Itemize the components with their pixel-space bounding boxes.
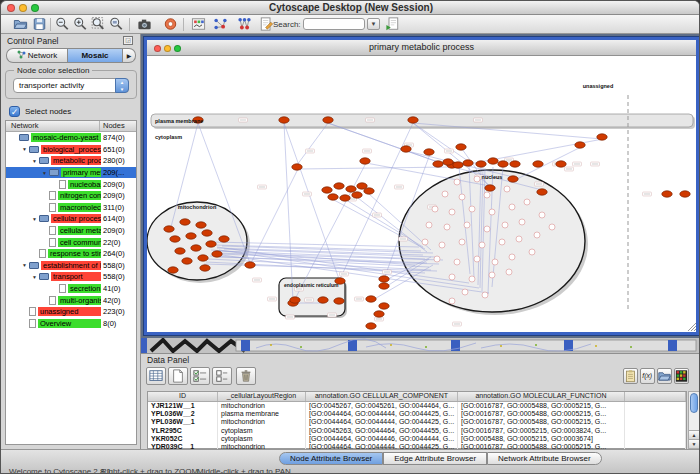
- table-row[interactable]: YKR052Ccytoplasm[GO:0044464, GO:0044446,…: [148, 435, 686, 443]
- table-cell[interactable]: [625, 418, 686, 426]
- expander-icon[interactable]: ▼: [22, 146, 29, 152]
- table-cell[interactable]: YLR295C: [148, 427, 218, 435]
- tree-row-primary-metabo[interactable]: ▼primary metabo209(...: [6, 167, 136, 179]
- select-nodes-checkbox[interactable]: ✓: [9, 106, 20, 117]
- tab-network[interactable]: Network: [6, 48, 67, 63]
- table-cell[interactable]: [625, 402, 686, 410]
- table-cell[interactable]: mitochondrion: [218, 402, 306, 410]
- table-cell[interactable]: YJR121W__1: [148, 402, 218, 410]
- table-cell[interactable]: [GO:0045263, GO:0044464, GO:0044455, G..…: [306, 427, 458, 435]
- zoom-selected-region-icon[interactable]: [109, 17, 125, 32]
- vizmapper-icon[interactable]: [191, 17, 207, 32]
- tree-row-establishment-of-lo[interactable]: ▼establishment of lo558(0): [6, 260, 136, 272]
- expander-icon[interactable]: ▼: [22, 262, 29, 268]
- attribute-table[interactable]: ID_cellularLayoutRegionannotation.GO CEL…: [147, 391, 687, 449]
- notes-icon[interactable]: [623, 368, 638, 384]
- unselect-attributes-icon[interactable]: [212, 367, 232, 385]
- column-header[interactable]: ID: [148, 392, 218, 401]
- table-cell[interactable]: [GO:0005488, GO:0005215, GO:0003674]: [458, 435, 625, 443]
- tree-row-cellular-process[interactable]: ▼cellular process614(0): [6, 213, 136, 225]
- table-cell[interactable]: [625, 410, 686, 418]
- tab-node-attribute-browser[interactable]: Node Attribute Browser: [279, 452, 383, 465]
- tree-row-metabolic-process[interactable]: ▼metabolic process280(0): [6, 155, 136, 167]
- attribute-table-body[interactable]: YJR121W__1mitochondrion[GO:0045267, GO:0…: [148, 402, 686, 451]
- expander-icon[interactable]: ▼: [32, 274, 39, 280]
- column-header[interactable]: annotation.GO MOLECULAR_FUNCTION: [458, 392, 625, 401]
- tree-row-cell-communicat[interactable]: cell communicat22(0): [6, 236, 136, 248]
- tree-row-macromolecule[interactable]: macromolecule311(0): [6, 202, 136, 214]
- layout-attribute-icon[interactable]: [237, 17, 253, 32]
- node-color-dropdown[interactable]: transporter activity ▲▼: [13, 78, 129, 93]
- tab-mosaic[interactable]: Mosaic: [67, 48, 123, 63]
- tree-row-overview[interactable]: Overview8(0): [6, 318, 136, 330]
- search-input[interactable]: [303, 18, 365, 30]
- tree-row-multi-organism-pro[interactable]: multi-organism pro42(0): [6, 294, 136, 306]
- table-cell[interactable]: cytoplasm: [218, 435, 306, 443]
- column-header[interactable]: annotation.GO CELLULAR_COMPONENT: [306, 392, 458, 401]
- expander-icon[interactable]: ▼: [32, 216, 39, 222]
- table-cell[interactable]: [GO:0016787, GO:0005488, GO:0005215, G..…: [458, 418, 625, 426]
- search-options-icon[interactable]: [385, 17, 401, 32]
- zoom-in-icon[interactable]: [73, 17, 89, 32]
- tree-row-unassigned[interactable]: unassigned223(0): [6, 306, 136, 318]
- save-session-icon[interactable]: [32, 17, 48, 32]
- tree-row-response-to-stimulu[interactable]: response to stimulu264(0): [6, 248, 136, 260]
- import-attributes-icon[interactable]: [657, 368, 672, 384]
- tree-row-mosaic-demo-yeast[interactable]: mosaic-demo-yeast874(0): [6, 132, 136, 144]
- table-cell[interactable]: cytoplasm: [218, 427, 306, 435]
- open-file-icon[interactable]: [13, 17, 29, 32]
- zoom-out-icon[interactable]: [55, 17, 71, 32]
- dropdown-stepper-icon[interactable]: ▲▼: [115, 78, 129, 93]
- table-row[interactable]: YLR295Ccytoplasm[GO:0045263, GO:0044464,…: [148, 427, 686, 435]
- table-cell[interactable]: plasma membrane: [218, 410, 306, 418]
- help-ring-icon[interactable]: [163, 17, 179, 32]
- table-cell[interactable]: YPL036W__2: [148, 410, 218, 418]
- table-cell[interactable]: YPL036W__1: [148, 418, 218, 426]
- table-cell[interactable]: YKR052C: [148, 435, 218, 443]
- heatmap-icon[interactable]: [674, 368, 689, 384]
- tab-network-attribute-browser[interactable]: Network Attribute Browser: [487, 452, 601, 465]
- table-cell[interactable]: [GO:0044464, GO:0044444, GO:0044425, G..…: [306, 410, 458, 418]
- tab-overflow-button[interactable]: ▶: [123, 48, 136, 63]
- table-cell[interactable]: [GO:0044464, GO:0044446, GO:0044444, G..…: [306, 435, 458, 443]
- tree-row-nitrogen-compo[interactable]: nitrogen compo209(0): [6, 190, 136, 202]
- tab-edge-attribute-browser[interactable]: Edge Attribute Browser: [383, 452, 487, 465]
- table-cell[interactable]: [GO:0044464, GO:0044444, GO:0044425, G..…: [306, 418, 458, 426]
- select-attributes-icon[interactable]: [190, 367, 210, 385]
- table-row[interactable]: YPL036W__1mitochondrion[GO:0044464, GO:0…: [148, 418, 686, 426]
- scroll-down-icon[interactable]: ▼: [689, 439, 699, 448]
- float-panel-icon[interactable]: ◲: [123, 36, 133, 45]
- attribute-table-header[interactable]: ID_cellularLayoutRegionannotation.GO CEL…: [148, 392, 686, 402]
- network-window-titlebar[interactable]: primary metabolic process: [147, 40, 696, 56]
- network-graph[interactable]: plasma membranecytoplasmmitochondrionnuc…: [147, 57, 696, 332]
- column-header[interactable]: _cellularLayoutRegion: [218, 392, 306, 401]
- table-cell[interactable]: [GO:0045267, GO:0045261, GO:0044464, G..…: [306, 402, 458, 410]
- function-builder-icon[interactable]: f(x): [640, 368, 655, 384]
- zoom-fit-icon[interactable]: [91, 17, 107, 32]
- tree-row-secretion[interactable]: secretion41(0): [6, 283, 136, 295]
- tree-row-biological-process[interactable]: ▼biological_process651(0): [6, 144, 136, 156]
- table-row[interactable]: YPL036W__2plasma membrane[GO:0044464, GO…: [148, 410, 686, 418]
- table-cell[interactable]: [625, 427, 686, 435]
- table-cell[interactable]: [GO:0016787, GO:0005488, GO:0005215, G..…: [458, 410, 625, 418]
- scroll-up-icon[interactable]: ▲: [689, 430, 699, 439]
- table-cell[interactable]: [625, 435, 686, 443]
- tree-row-transport[interactable]: ▼transport558(0): [6, 271, 136, 283]
- table-row[interactable]: YJR121W__1mitochondrion[GO:0045267, GO:0…: [148, 402, 686, 410]
- network-canvas[interactable]: plasma membranecytoplasmmitochondrionnuc…: [147, 57, 696, 332]
- export-snapshot-icon[interactable]: [137, 17, 153, 32]
- table-cell[interactable]: [GO:0016787, GO:0005215, GO:0003824, G..…: [458, 427, 625, 435]
- delete-attribute-icon[interactable]: [236, 367, 256, 385]
- expander-icon[interactable]: ▼: [42, 170, 49, 176]
- layout-spring-icon[interactable]: [213, 17, 229, 32]
- attribute-matrix-icon[interactable]: [146, 367, 166, 385]
- new-attribute-icon[interactable]: [168, 367, 188, 385]
- table-cell[interactable]: mitochondrion: [218, 418, 306, 426]
- search-dropdown-icon[interactable]: ▼: [367, 18, 380, 30]
- column-header[interactable]: [625, 392, 686, 401]
- table-cell[interactable]: [GO:0016787, GO:0005488, GO:0005215, G..…: [458, 402, 625, 410]
- tree-row-cellular-metabol[interactable]: cellular metabol209(0): [6, 225, 136, 237]
- network-view-window[interactable]: primary metabolic process plasma membran…: [144, 37, 699, 335]
- tree-row-nucleobase-[interactable]: nucleobase-209(0): [6, 178, 136, 190]
- expander-icon[interactable]: ▼: [32, 158, 39, 164]
